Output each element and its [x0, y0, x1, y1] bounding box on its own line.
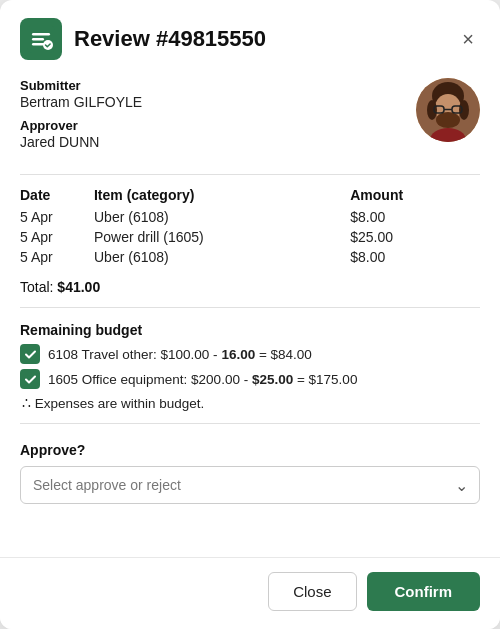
row-date: 5 Apr [20, 247, 94, 267]
divider-1 [20, 174, 480, 175]
submitter-value: Bertram GILFOYLE [20, 94, 142, 110]
row-amount: $8.00 [342, 207, 480, 227]
svg-rect-2 [32, 38, 44, 41]
budget-item: 6108 Travel other: $100.00 - 16.00 = $84… [20, 344, 480, 364]
modal-body: Submitter Bertram GILFOYLE Approver Jare… [0, 70, 500, 557]
divider-2 [20, 307, 480, 308]
confirm-button[interactable]: Confirm [367, 572, 481, 611]
row-date: 5 Apr [20, 207, 94, 227]
svg-point-4 [43, 40, 53, 50]
app-icon [20, 18, 62, 60]
approve-select[interactable]: Select approve or rejectApproveReject [20, 466, 480, 504]
review-modal: Review #49815550 × Submitter Bertram GIL… [0, 0, 500, 629]
budget-item-text: 6108 Travel other: $100.00 - 16.00 = $84… [48, 347, 312, 362]
budget-item: 1605 Office equipment: $200.00 - $25.00 … [20, 369, 480, 389]
row-item: Uber (6108) [94, 247, 342, 267]
svg-point-8 [427, 100, 437, 120]
check-icon [20, 369, 40, 389]
budget-item-text: 1605 Office equipment: $200.00 - $25.00 … [48, 372, 357, 387]
budget-items: 6108 Travel other: $100.00 - 16.00 = $84… [20, 344, 480, 389]
approve-section: Approve? Select approve or rejectApprove… [20, 428, 480, 514]
budget-section: Remaining budget 6108 Travel other: $100… [20, 312, 480, 419]
svg-point-10 [436, 112, 460, 128]
row-item: Uber (6108) [94, 207, 342, 227]
divider-3 [20, 423, 480, 424]
table-row: 5 Apr Power drill (1605) $25.00 [20, 227, 480, 247]
submitter-info: Submitter Bertram GILFOYLE Approver Jare… [20, 78, 142, 158]
approver-value: Jared DUNN [20, 134, 142, 150]
row-amount: $8.00 [342, 247, 480, 267]
approve-label: Approve? [20, 442, 480, 458]
row-date: 5 Apr [20, 227, 94, 247]
row-item: Power drill (1605) [94, 227, 342, 247]
budget-note: ∴ Expenses are within budget. [20, 395, 480, 411]
row-amount: $25.00 [342, 227, 480, 247]
table-row: 5 Apr Uber (6108) $8.00 [20, 207, 480, 227]
submitter-label: Submitter [20, 78, 142, 93]
close-icon[interactable]: × [456, 25, 480, 53]
total-row: Total: $41.00 [20, 273, 480, 303]
total-label: Total: [20, 279, 53, 295]
modal-footer: Close Confirm [0, 557, 500, 629]
svg-point-9 [459, 100, 469, 120]
approve-select-wrapper: Select approve or rejectApproveReject ⌄ [20, 466, 480, 504]
col-date-header: Date [20, 185, 94, 207]
col-item-header: Item (category) [94, 185, 342, 207]
close-button[interactable]: Close [268, 572, 356, 611]
budget-label: Remaining budget [20, 322, 480, 338]
svg-rect-1 [32, 33, 50, 36]
modal-header: Review #49815550 × [0, 0, 500, 70]
check-icon [20, 344, 40, 364]
total-value: $41.00 [57, 279, 100, 295]
items-table: Date Item (category) Amount 5 Apr Uber (… [20, 185, 480, 267]
submitter-section: Submitter Bertram GILFOYLE Approver Jare… [20, 70, 480, 170]
avatar [416, 78, 480, 142]
table-row: 5 Apr Uber (6108) $8.00 [20, 247, 480, 267]
approver-label: Approver [20, 118, 142, 133]
modal-title: Review #49815550 [74, 26, 444, 52]
col-amount-header: Amount [342, 185, 480, 207]
